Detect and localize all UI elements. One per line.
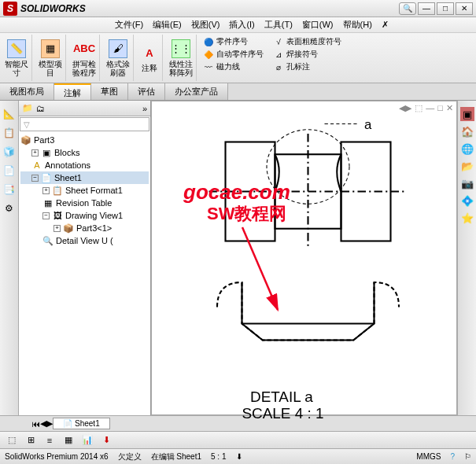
tree-revision-table[interactable]: ▦Revision Table — [20, 197, 149, 209]
sheet-nav-first[interactable]: ⏮ — [31, 419, 40, 429]
format-painter-button[interactable]: 🖌 格式涂刷器 — [106, 39, 130, 77]
view-icon: 🖼 — [52, 210, 63, 221]
weld-symbol-button[interactable]: ⊿焊接符号 — [273, 49, 341, 60]
tab-sketch[interactable]: 草图 — [91, 83, 128, 100]
menu-view[interactable]: 视图(V) — [186, 19, 225, 31]
command-tabs: 视图布局 注解 草图 评估 办公室产品 — [0, 83, 476, 101]
note-button[interactable]: A 注释 — [140, 43, 159, 72]
rtool-6[interactable]: 💠 — [460, 193, 474, 208]
tool-3[interactable]: 🧊 — [2, 145, 17, 159]
search-button[interactable]: 🔍 — [399, 2, 416, 15]
status-icon[interactable]: ⬇ — [236, 452, 242, 461]
expand-icon[interactable]: + — [54, 225, 61, 232]
feature-tree: 📦Part3 +▣Blocks AAnnotations −📄Sheet1 +📋… — [19, 132, 150, 415]
menu-file[interactable]: 文件(F) — [110, 19, 148, 31]
sheet-tab-1[interactable]: 📄Sheet1 — [53, 418, 110, 429]
tree-drawing-view[interactable]: −🖼Drawing View1 — [20, 209, 149, 222]
bt-4[interactable]: ▦ — [61, 433, 76, 447]
detail-scale: SCALE 4 : 1 — [242, 405, 324, 422]
tab-view-layout[interactable]: 视图布局 — [0, 83, 54, 100]
tab-evaluate[interactable]: 评估 — [128, 83, 165, 100]
bt-1[interactable]: ⬚ — [5, 433, 19, 447]
balloon-icon: 🔵 — [203, 36, 214, 47]
close-button[interactable]: ✕ — [456, 2, 473, 15]
rtool-open[interactable]: 📂 — [460, 159, 474, 173]
menu-edit[interactable]: 编辑(E) — [148, 19, 186, 31]
format-icon: 📋 — [52, 185, 63, 196]
drawing-canvas[interactable]: ◀▶ ⬚ — □ ✕ a — [151, 101, 457, 415]
tab-annotate[interactable]: 注解 — [54, 83, 91, 100]
tree-root[interactable]: 📦Part3 — [20, 134, 149, 146]
tab-office[interactable]: 办公室产品 — [165, 83, 228, 100]
feature-panel: 📁 🗂 » ▽ 📦Part3 +▣Blocks AAnnotations −📄S… — [19, 101, 151, 415]
weld-icon: ⊿ — [273, 49, 284, 60]
canvas-btn-1[interactable]: ◀▶ — [399, 103, 411, 113]
smart-dim-icon: 📏 — [7, 39, 26, 58]
canvas-btn-2[interactable]: ⬚ — [415, 103, 422, 113]
panel-tab-display-icon[interactable]: 🗂 — [36, 104, 45, 113]
bt-6[interactable]: ⬇ — [99, 433, 113, 447]
hole-callout-button[interactable]: ⌀孔标注 — [273, 61, 341, 72]
tool-2[interactable]: 📋 — [2, 126, 17, 140]
smart-dim-button[interactable]: 📏 智能尺寸 — [5, 39, 28, 77]
canvas-close[interactable]: ✕ — [446, 103, 453, 113]
tree-detail-view[interactable]: 🔍Detail View U ( — [20, 234, 149, 247]
tree-sheet-format[interactable]: +📋Sheet Format1 — [20, 184, 149, 197]
bt-3[interactable]: ≡ — [42, 433, 57, 447]
model-items-button[interactable]: ▦ 模型项目 — [39, 39, 62, 77]
rtool-1[interactable]: ▣ — [460, 107, 474, 121]
rtool-home[interactable]: 🏠 — [460, 124, 474, 138]
part-ref-icon: 📦 — [63, 223, 74, 234]
rtool-7[interactable]: ⭐ — [460, 211, 474, 225]
expand-icon[interactable]: + — [42, 187, 50, 194]
balloon-button[interactable]: 🔵零件序号 — [203, 36, 264, 47]
status-bar: SolidWorks Premium 2014 x6 欠定义 在编辑 Sheet… — [0, 448, 476, 464]
status-units[interactable]: MMGS — [416, 452, 441, 461]
menu-tools[interactable]: 工具(T) — [260, 19, 297, 31]
bt-5[interactable]: 📊 — [80, 433, 94, 447]
tree-annotations[interactable]: AAnnotations — [20, 159, 149, 171]
canvas-maximize[interactable]: □ — [437, 103, 443, 113]
canvas-minimize[interactable]: — — [426, 103, 434, 113]
tree-sheet1[interactable]: −📄Sheet1 — [20, 171, 149, 184]
menu-window[interactable]: 窗口(W) — [297, 19, 338, 31]
filter-input[interactable]: ▽ — [20, 117, 149, 131]
panel-menu-icon[interactable]: » — [142, 104, 147, 113]
maximize-button[interactable]: □ — [437, 2, 454, 15]
status-app: SolidWorks Premium 2014 x6 — [5, 452, 109, 461]
status-help[interactable]: ? — [450, 452, 455, 461]
magnetic-line-button[interactable]: 〰磁力线 — [203, 61, 264, 72]
bottom-toolbar: ⬚ ⊞ ≡ ▦ 📊 ⬇ — [0, 431, 476, 448]
detail-title: DETAIL a — [250, 389, 313, 405]
sheet-nav-prev[interactable]: ◀ — [40, 418, 46, 429]
tool-6[interactable]: ⚙ — [2, 201, 17, 215]
expand-icon[interactable]: + — [31, 149, 39, 157]
surface-finish-button[interactable]: √表面粗糙度符号 — [273, 36, 341, 47]
sheet-nav-next[interactable]: ▶ — [46, 418, 53, 429]
tool-1[interactable]: 📐 — [2, 107, 17, 121]
spellcheck-button[interactable]: ABC 拼写检验程序 — [72, 39, 96, 77]
tree-part-ref[interactable]: +📦Part3<1> — [20, 222, 149, 234]
menu-help[interactable]: 帮助(H) — [338, 19, 377, 31]
rtool-5[interactable]: 📷 — [460, 176, 474, 190]
panel-tab-tree-icon[interactable]: 📁 — [22, 103, 33, 113]
format-painter-icon: 🖌 — [109, 39, 127, 58]
app-brand: SOLIDWORKS — [20, 3, 86, 14]
collapse-icon[interactable]: − — [31, 175, 39, 182]
menu-pin[interactable]: ✗ — [377, 20, 393, 30]
tool-4[interactable]: 📄 — [2, 164, 17, 178]
table-icon: ▦ — [42, 197, 54, 208]
menu-insert[interactable]: 插入(I) — [224, 19, 259, 31]
linear-pattern-button[interactable]: ⋮⋮ 线性注释阵列 — [169, 39, 193, 77]
rtool-3[interactable]: 🌐 — [460, 142, 474, 156]
collapse-icon[interactable]: − — [42, 212, 50, 219]
minimize-button[interactable]: — — [418, 2, 435, 15]
status-flag[interactable]: ⚐ — [464, 452, 471, 461]
note-icon: A — [140, 43, 159, 62]
tool-5[interactable]: 📑 — [2, 182, 17, 197]
tree-blocks[interactable]: +▣Blocks — [20, 146, 149, 159]
magnetic-icon: 〰 — [203, 61, 214, 72]
drawing-content: a DETAIL a SCALE 4 : 1 — [168, 117, 448, 423]
bt-2[interactable]: ⊞ — [24, 433, 38, 447]
auto-balloon-button[interactable]: 🔶自动零件序号 — [203, 49, 264, 60]
